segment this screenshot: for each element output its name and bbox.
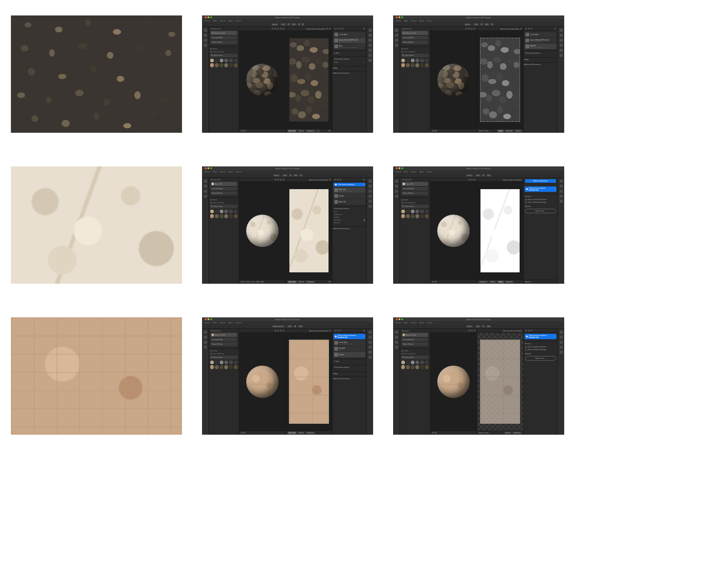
app-brick-export: Adobe Substance 3D Sampler ArchivoEditar… [393, 317, 564, 435]
trash-icon [363, 28, 365, 30]
asset-swatches[interactable] [210, 59, 238, 67]
add-base-button[interactable]: Añadir un material base [525, 179, 556, 183]
viewport-3d[interactable]: Vista 3D [239, 27, 286, 133]
app-plaster-export: Adobe Substance 3D Sampler ArchivoEditar… [393, 166, 564, 284]
search-input[interactable]: 🔍Buscar activos [210, 54, 238, 57]
left-panel: PROYECTOS Material sin título Luces ambi… [209, 27, 239, 133]
layers-icon [204, 34, 207, 37]
app-stone-height: Adobe Substance 3D Sampler ArchivoEditar… [393, 15, 564, 133]
app-stone-basecolor: Adobe Substance 3D Sampler ArchivoEditar… [202, 15, 373, 133]
viewport-2d[interactable]: Opciones de materiales Base ColorNormalR… [286, 27, 333, 133]
projects-heading: PROYECTOS [211, 28, 237, 30]
gear-icon [369, 59, 372, 62]
update-banner[interactable]: i1 filtro necesita actualizarse× [334, 183, 365, 186]
photo-stone-wall [11, 15, 182, 133]
export-button[interactable]: Exportar como… [525, 209, 556, 213]
left-rail[interactable] [202, 27, 209, 133]
cloud-icon [204, 39, 207, 42]
app-brick-basecolor: Adobe Substance 3D Sampler ArchivoEditar… [202, 317, 373, 435]
photo-brick-wall [11, 317, 182, 435]
photo-plaster-wall [11, 166, 182, 284]
eye-icon [334, 28, 336, 30]
export-button[interactable]: Exportar como… [525, 356, 556, 361]
user-icon [204, 44, 207, 47]
doc-toolbar[interactable]: Archivo20482048 [202, 22, 373, 27]
thumbnail-grid: Adobe Substance 3D Sampler ArchivoEditar… [0, 0, 728, 450]
material-row[interactable]: Material sin título [211, 31, 237, 35]
app-plaster-basecolor: Adobe Substance 3D Sampler ArchivoEditar… [202, 166, 373, 284]
right-rail[interactable] [366, 27, 373, 133]
menubar[interactable]: ArchivoEditarVentanaAyudaLicencia [202, 19, 373, 22]
home-icon [204, 29, 207, 32]
app-title: Adobe Substance 3D Sampler [275, 16, 300, 19]
brush-icon [369, 29, 372, 32]
layer-row[interactable]: Luz de relleno [334, 32, 365, 37]
right-panel: Luz de relleno Image to Material (AI Pow… [332, 27, 366, 133]
